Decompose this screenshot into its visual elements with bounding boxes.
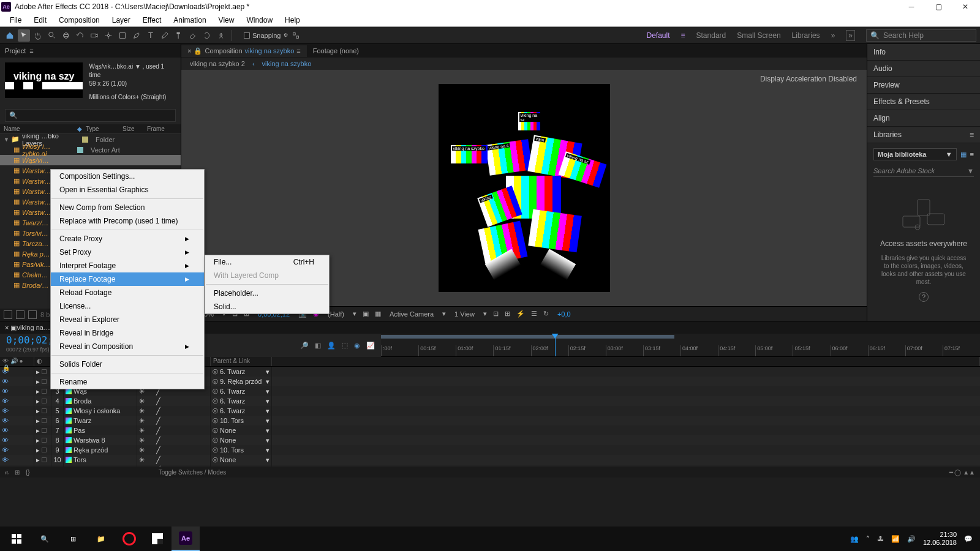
pen-tool[interactable]: [130, 29, 143, 42]
visibility-icon[interactable]: 👁: [2, 427, 9, 434]
zoom-tool[interactable]: [46, 29, 58, 42]
taskview-button[interactable]: ⊞: [59, 527, 87, 551]
camera-dropdown[interactable]: Active Camera: [387, 310, 436, 318]
visibility-icon[interactable]: 👁: [2, 407, 9, 414]
menu-edit[interactable]: Edit: [28, 15, 53, 26]
workspace-standard[interactable]: Standard: [696, 31, 726, 40]
menu-item[interactable]: Placeholder...: [205, 287, 329, 300]
selection-tool[interactable]: [18, 29, 30, 42]
views-dropdown[interactable]: 1 View: [452, 310, 477, 318]
menu-item[interactable]: Reveal in Explorer: [51, 313, 204, 326]
menu-item[interactable]: Solid...: [205, 300, 329, 313]
menu-item[interactable]: Set Proxy▶: [51, 246, 204, 259]
anchor-tool[interactable]: [102, 29, 115, 42]
menu-file[interactable]: File: [4, 15, 28, 26]
panel-info[interactable]: Info: [867, 44, 980, 61]
visibility-icon[interactable]: 👁: [2, 456, 9, 463]
list-view-icon[interactable]: ≡: [970, 151, 974, 158]
newcomp-icon[interactable]: [28, 310, 37, 319]
context-submenu[interactable]: File...Ctrl+HWith Layered CompPlaceholde…: [205, 255, 330, 314]
comp-icon[interactable]: ◧: [315, 342, 321, 350]
menu-view[interactable]: View: [213, 15, 241, 26]
menu-item[interactable]: Create Proxy▶: [51, 232, 204, 246]
menu-window[interactable]: Window: [240, 15, 279, 26]
workspace-more-icon[interactable]: »: [831, 31, 835, 40]
menu-item[interactable]: Replace Footage▶: [51, 272, 204, 286]
notifications-icon[interactable]: 💬: [964, 535, 973, 543]
visibility-icon[interactable]: 👁: [2, 446, 9, 454]
menu-item[interactable]: Open in Essential Graphics: [51, 183, 204, 197]
menu-item[interactable]: With Layered Comp: [205, 269, 329, 282]
roto-tool[interactable]: [201, 29, 213, 42]
app-button[interactable]: [143, 527, 172, 551]
people-icon[interactable]: 👥: [850, 535, 859, 543]
mb-icon[interactable]: ◉: [354, 342, 360, 350]
visibility-icon[interactable]: 👁: [2, 437, 9, 444]
fx-icon[interactable]: ⬚: [342, 342, 348, 350]
menu-item[interactable]: License...: [51, 299, 204, 313]
panel-align[interactable]: Align: [867, 110, 980, 127]
exposure-value[interactable]: +0,0: [555, 310, 573, 318]
menu-item[interactable]: Interpret Footage▶: [51, 259, 204, 272]
menu-item[interactable]: File...Ctrl+H: [205, 255, 329, 269]
search-help[interactable]: 🔍 Search Help: [866, 29, 976, 42]
panel-preview[interactable]: Preview: [867, 77, 980, 94]
puppet-tool[interactable]: [215, 29, 227, 42]
menu-item[interactable]: Composition Settings...: [51, 170, 204, 183]
menu-item[interactable]: Rename: [51, 375, 204, 389]
help-icon[interactable]: ?: [919, 292, 929, 302]
crumb-current[interactable]: viking na szybko: [262, 60, 312, 67]
rect-tool[interactable]: [116, 29, 129, 42]
menu-item[interactable]: New Comp from Selection: [51, 201, 204, 214]
menu-help[interactable]: Help: [279, 15, 306, 26]
camera-tool[interactable]: [88, 29, 100, 42]
workspace-default[interactable]: Default: [646, 31, 669, 40]
interpret-icon[interactable]: [4, 310, 12, 319]
graph-icon[interactable]: 📈: [366, 342, 375, 350]
clone-tool[interactable]: [173, 29, 185, 42]
menu-item[interactable]: Reveal in Composition▶: [51, 340, 204, 353]
opera-button[interactable]: [115, 527, 143, 551]
visibility-icon[interactable]: 👁: [2, 368, 9, 375]
text-tool[interactable]: T: [145, 29, 157, 42]
visibility-icon[interactable]: 👁: [2, 417, 9, 424]
close-button[interactable]: ✕: [952, 0, 979, 13]
workspace-libraries[interactable]: Libraries: [792, 31, 820, 40]
pixel-icon[interactable]: ⊞: [505, 310, 510, 318]
visibility-icon[interactable]: 👁: [2, 378, 9, 385]
ft-icon[interactable]: ⊞: [15, 469, 20, 476]
search-icon[interactable]: 🔎: [300, 342, 309, 350]
start-button[interactable]: [2, 527, 31, 551]
menu-animation[interactable]: Animation: [167, 15, 212, 26]
eraser-tool[interactable]: [187, 29, 199, 42]
crumb-parent[interactable]: viking na szybko 2: [190, 60, 245, 67]
footage-tab[interactable]: Footage (none): [307, 45, 365, 56]
maximize-button[interactable]: ▢: [925, 0, 952, 13]
tray-up-icon[interactable]: ˄: [866, 535, 870, 543]
panel-libraries[interactable]: Libraries≡: [867, 127, 980, 143]
snapping-toggle[interactable]: Snapping⚙: [244, 32, 288, 39]
panel-audio[interactable]: Audio: [867, 61, 980, 77]
toggle-switches[interactable]: Toggle Switches / Modes: [159, 469, 227, 476]
search-button[interactable]: 🔍: [31, 527, 59, 551]
home-icon[interactable]: [4, 29, 16, 42]
ft-icon[interactable]: ⎌: [5, 469, 9, 476]
rotation-tool[interactable]: [74, 29, 86, 42]
library-search[interactable]: Search Adobe Stock▼: [873, 165, 974, 177]
menu-item[interactable]: Replace with Precomp (used 1 time): [51, 214, 204, 228]
timeline-icon[interactable]: ☰: [531, 310, 537, 318]
roi-icon[interactable]: ▣: [363, 310, 369, 318]
minimize-button[interactable]: ─: [898, 0, 925, 13]
workspace-overflow-icon[interactable]: »: [846, 30, 855, 41]
menu-item[interactable]: Reload Footage: [51, 286, 204, 299]
snap-opts-icon[interactable]: [290, 29, 302, 42]
menu-composition[interactable]: Composition: [53, 15, 106, 26]
menu-item[interactable]: Reveal in Bridge: [51, 326, 204, 340]
workspace-smallscreen[interactable]: Small Screen: [737, 31, 780, 40]
orbit-tool[interactable]: [60, 29, 72, 42]
transparency-icon[interactable]: ▦: [375, 310, 381, 318]
explorer-button[interactable]: 📁: [87, 527, 115, 551]
timeline-ruler[interactable]: :00f00:15f01:00f01:15f02:00f02:15f03:00f…: [381, 334, 980, 357]
visibility-icon[interactable]: 👁: [2, 397, 9, 405]
library-select[interactable]: Moja biblioteka▼: [873, 148, 957, 160]
